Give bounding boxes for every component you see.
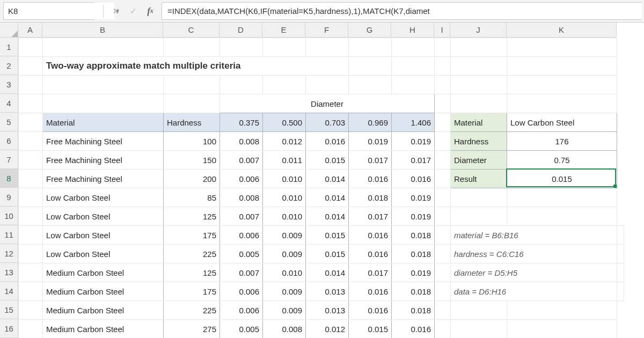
cell-value[interactable]: 0.010 bbox=[263, 207, 306, 226]
cell-hardness[interactable]: 85 bbox=[164, 188, 220, 207]
cell[interactable] bbox=[435, 132, 451, 151]
cell-value[interactable]: 0.016 bbox=[349, 245, 392, 263]
cell-value[interactable]: 0.008 bbox=[263, 320, 306, 339]
header-diameter-2[interactable]: 0.703 bbox=[306, 113, 349, 132]
cell[interactable] bbox=[19, 38, 43, 57]
cell[interactable] bbox=[435, 38, 451, 57]
cell[interactable] bbox=[507, 320, 617, 339]
cell[interactable] bbox=[19, 245, 43, 263]
row-header-13[interactable]: 13 bbox=[0, 263, 18, 282]
cell[interactable] bbox=[435, 170, 451, 188]
cell[interactable] bbox=[19, 94, 43, 113]
cell-material[interactable]: Medium Carbon Steel bbox=[43, 320, 164, 339]
cell-value[interactable]: 0.010 bbox=[263, 170, 306, 188]
row-header-16[interactable]: 16 bbox=[0, 319, 18, 338]
named-range-note[interactable]: diameter = D5:H5 bbox=[451, 263, 617, 282]
cell[interactable] bbox=[435, 226, 451, 245]
cell[interactable] bbox=[392, 38, 435, 57]
diameter-header[interactable]: Diameter bbox=[220, 94, 435, 113]
cell[interactable] bbox=[435, 301, 451, 320]
cell-material[interactable]: Low Carbon Steel bbox=[43, 188, 164, 207]
cell[interactable] bbox=[451, 57, 507, 76]
cell-value[interactable]: 0.015 bbox=[306, 151, 349, 170]
cell-value[interactable]: 0.016 bbox=[349, 301, 392, 320]
cell-hardness[interactable]: 200 bbox=[164, 170, 220, 188]
cell-hardness[interactable]: 125 bbox=[164, 263, 220, 282]
cell-value[interactable]: 0.018 bbox=[392, 226, 435, 245]
column-header-E[interactable]: E bbox=[262, 23, 305, 37]
cell-material[interactable]: Low Carbon Steel bbox=[43, 207, 164, 226]
header-material[interactable]: Material bbox=[43, 113, 164, 132]
cell[interactable] bbox=[19, 188, 43, 207]
cell[interactable] bbox=[451, 38, 507, 57]
cell-material[interactable]: Free Machining Steel bbox=[43, 151, 164, 170]
cell[interactable] bbox=[451, 207, 507, 226]
cell[interactable] bbox=[263, 38, 306, 57]
cell-value[interactable]: 0.012 bbox=[306, 320, 349, 339]
header-diameter-4[interactable]: 1.406 bbox=[392, 113, 435, 132]
cell-material[interactable]: Low Carbon Steel bbox=[43, 226, 164, 245]
cell-value[interactable]: 0.019 bbox=[392, 263, 435, 282]
fx-icon[interactable]: fx bbox=[145, 6, 155, 16]
cell[interactable] bbox=[617, 263, 624, 282]
cell[interactable] bbox=[19, 263, 43, 282]
column-header-G[interactable]: G bbox=[348, 23, 391, 37]
page-title[interactable]: Two-way approximate match multiple crite… bbox=[43, 57, 349, 76]
cell[interactable] bbox=[263, 76, 306, 94]
cell-hardness[interactable]: 150 bbox=[164, 151, 220, 170]
cell[interactable] bbox=[435, 245, 451, 263]
column-headers[interactable]: ABCDEFGHIJK bbox=[18, 23, 617, 38]
column-header-C[interactable]: C bbox=[163, 23, 219, 37]
cell-material[interactable]: Medium Carbon Steel bbox=[43, 282, 164, 301]
row-header-3[interactable]: 3 bbox=[0, 75, 18, 94]
cell-value[interactable]: 0.017 bbox=[349, 151, 392, 170]
cell[interactable] bbox=[451, 320, 507, 339]
cell-value[interactable]: 0.012 bbox=[263, 132, 306, 151]
cell[interactable] bbox=[435, 263, 451, 282]
lookup-result-value[interactable]: 0.015 bbox=[507, 170, 617, 188]
column-header-H[interactable]: H bbox=[391, 23, 434, 37]
cell[interactable] bbox=[507, 188, 617, 207]
lookup-diameter-label[interactable]: Diameter bbox=[451, 151, 507, 170]
header-hardness[interactable]: Hardness bbox=[164, 113, 220, 132]
row-header-12[interactable]: 12 bbox=[0, 244, 18, 263]
cell-value[interactable]: 0.018 bbox=[392, 245, 435, 263]
cell[interactable] bbox=[435, 207, 451, 226]
cell[interactable] bbox=[617, 226, 624, 245]
cell-material[interactable]: Low Carbon Steel bbox=[43, 245, 164, 263]
cell-value[interactable]: 0.010 bbox=[263, 263, 306, 282]
cell[interactable] bbox=[19, 301, 43, 320]
row-header-15[interactable]: 15 bbox=[0, 300, 18, 319]
cell-value[interactable]: 0.014 bbox=[306, 170, 349, 188]
cell[interactable] bbox=[507, 207, 617, 226]
cell[interactable] bbox=[19, 226, 43, 245]
cell[interactable] bbox=[507, 301, 617, 320]
cell-value[interactable]: 0.015 bbox=[349, 320, 392, 339]
lookup-material-value[interactable]: Low Carbon Steel bbox=[507, 113, 617, 132]
cell-hardness[interactable]: 275 bbox=[164, 320, 220, 339]
cell-value[interactable]: 0.018 bbox=[392, 301, 435, 320]
cell-value[interactable]: 0.006 bbox=[220, 301, 263, 320]
cell-value[interactable]: 0.016 bbox=[392, 320, 435, 339]
lookup-diameter-value[interactable]: 0.75 bbox=[507, 151, 617, 170]
lookup-hardness-label[interactable]: Hardness bbox=[451, 132, 507, 151]
cell-value[interactable]: 0.019 bbox=[349, 132, 392, 151]
cell[interactable] bbox=[435, 57, 451, 76]
cell-value[interactable]: 0.015 bbox=[306, 226, 349, 245]
cell[interactable] bbox=[507, 57, 617, 76]
cell[interactable] bbox=[19, 76, 43, 94]
cell-hardness[interactable]: 175 bbox=[164, 226, 220, 245]
cell-value[interactable]: 0.016 bbox=[306, 132, 349, 151]
cell[interactable] bbox=[435, 113, 451, 132]
select-all-button[interactable] bbox=[0, 23, 18, 38]
cell[interactable] bbox=[451, 94, 507, 113]
cell-value[interactable]: 0.014 bbox=[306, 188, 349, 207]
cell[interactable] bbox=[220, 76, 263, 94]
row-header-9[interactable]: 9 bbox=[0, 188, 18, 207]
cell-value[interactable]: 0.019 bbox=[392, 132, 435, 151]
cell-hardness[interactable]: 225 bbox=[164, 245, 220, 263]
row-headers[interactable]: 12345678910111213141516 bbox=[0, 38, 18, 338]
cell-value[interactable]: 0.013 bbox=[306, 282, 349, 301]
column-header-A[interactable]: A bbox=[18, 23, 42, 37]
cell[interactable] bbox=[43, 94, 164, 113]
